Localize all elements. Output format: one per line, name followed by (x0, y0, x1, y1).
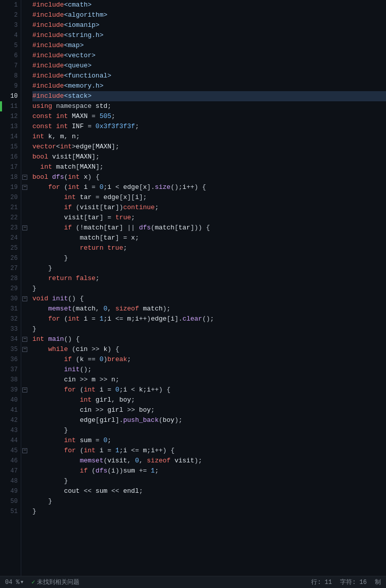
code-line: } (32, 253, 386, 263)
code-line: } (32, 284, 386, 294)
code-line: #include<vector> (32, 51, 386, 61)
code-line: const int INF = 0x3f3f3f3f; (32, 122, 386, 132)
code-line: #include<algorithm> (32, 10, 386, 20)
code-line: } (32, 476, 386, 486)
fold-button[interactable]: − (22, 337, 27, 342)
code-line: #include<map> (32, 41, 386, 51)
column-text: 字符: 16 (340, 578, 367, 586)
code-line: #include<cmath> (32, 0, 386, 10)
code-line: memset(match, 0, sizeof match); (32, 304, 386, 314)
code-line: int sum = 0; (32, 436, 386, 446)
code-line: memset(visit, 0, sizeof visit); (32, 456, 386, 466)
zoom-control[interactable]: 04 % ▼ (5, 579, 23, 586)
code-line: int girl, boy; (32, 395, 386, 405)
code-line: bool dfs(int x) { (32, 172, 386, 182)
code-line: for (int i = 1;i <= m;i++)edge[i].clear(… (32, 314, 386, 324)
code-line: int k, m, n; (32, 132, 386, 142)
code-line: using namespace std; (32, 101, 386, 111)
column-indicator: 字符: 16 (340, 578, 367, 586)
fold-button[interactable]: − (22, 296, 27, 301)
code-line: cin >> m >> n; (32, 375, 386, 385)
code-content[interactable]: #include<cmath>#include<algorithm>#inclu… (28, 0, 386, 576)
extra-status: 制 (375, 578, 381, 586)
code-line: void init() { (32, 294, 386, 304)
code-line: #include<string.h> (32, 30, 386, 41)
code-line: } (32, 496, 386, 506)
code-line: if (visit[tar])continue; (32, 203, 386, 213)
fold-button[interactable]: − (22, 347, 27, 352)
code-line: int tar = edge[x][i]; (32, 192, 386, 203)
code-line: return true; (32, 243, 386, 253)
zoom-level: 04 % (5, 579, 20, 586)
fold-button[interactable]: − (22, 387, 27, 393)
code-line: #include<memory.h> (32, 81, 386, 91)
code-line: } (32, 324, 386, 334)
zoom-dropdown-icon[interactable]: ▼ (21, 580, 23, 585)
status-message-text: 未找到相关问题 (37, 578, 79, 586)
status-bar: 04 % ▼ ✓ 未找到相关问题 行: 11 字符: 16 制 (0, 576, 386, 588)
fold-button[interactable]: − (22, 448, 27, 453)
editor-area: 1234567891011121314151617181920212223242… (0, 0, 386, 576)
code-line: if (dfs(i))sum += 1; (32, 466, 386, 476)
fold-button[interactable]: − (22, 185, 27, 190)
code-line: return false; (32, 273, 386, 284)
code-line: edge[girl].push_back(boy); (32, 415, 386, 425)
code-line: bool visit[MAXN]; (32, 152, 386, 162)
code-line: const int MAXN = 505; (32, 111, 386, 122)
code-line: while (cin >> k) { (32, 344, 386, 355)
status-message: ✓ 未找到相关问题 (31, 578, 79, 586)
code-line: vector<int>edge[MAXN]; (32, 142, 386, 152)
fold-button[interactable]: − (22, 175, 27, 180)
code-line: } (32, 425, 386, 436)
code-line: #include<stack> (32, 91, 386, 101)
extra-text: 制 (375, 578, 381, 586)
code-line: } (32, 263, 386, 273)
code-line: cin >> girl >> boy; (32, 405, 386, 415)
code-line: init(); (32, 365, 386, 375)
fold-gutter[interactable]: −−−−−−−− (21, 0, 28, 576)
status-ok-icon: ✓ (31, 578, 35, 586)
code-line: } (32, 506, 386, 517)
code-line: match[tar] = x; (32, 233, 386, 243)
code-line: if (k == 0)break; (32, 355, 386, 365)
code-line: cout << sum << endl; (32, 486, 386, 496)
code-line: visit[tar] = true; (32, 213, 386, 223)
code-line: for (int i = 0;i < edge[x].size();i++) { (32, 182, 386, 192)
line-numbers: 1234567891011121314151617181920212223242… (2, 0, 21, 576)
code-line: #include<functional> (32, 71, 386, 81)
cursor-position: 行: 11 (311, 578, 332, 586)
code-line: for (int i = 0;i < k;i++) { (32, 385, 386, 395)
code-line: if (!match[tar] || dfs(match[tar])) { (32, 223, 386, 233)
code-line: #include<iomanip> (32, 20, 386, 30)
fold-button[interactable]: − (22, 225, 27, 230)
code-line: int main() { (32, 334, 386, 344)
line-indicator: 行: 11 (311, 578, 332, 586)
code-line: for (int i = 1;i <= m;i++) { (32, 446, 386, 456)
code-line: int match[MAXN]; (32, 162, 386, 172)
code-line: #include<queue> (32, 61, 386, 71)
